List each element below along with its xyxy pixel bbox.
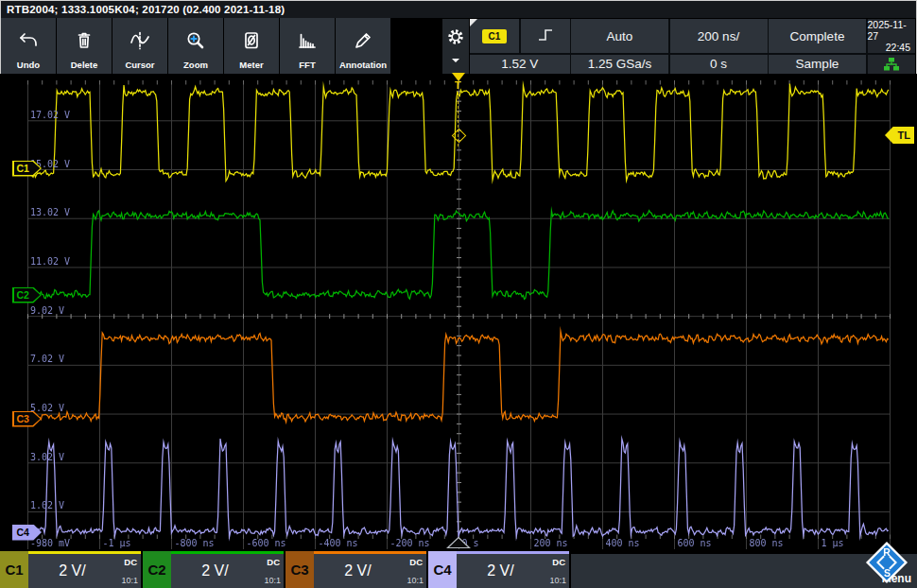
- channel-c2-badge[interactable]: C2: [143, 551, 171, 588]
- toolbar: Undo Delete Cursor Zoom Meter FFT: [1, 18, 390, 74]
- channel-c2-scale-panel[interactable]: 2 V/DC10:1: [171, 551, 284, 588]
- svg-text:S: S: [884, 567, 891, 579]
- channel-scale: 2 V/: [28, 554, 116, 588]
- channel-probe-ratio: 10:1: [264, 576, 281, 585]
- channel-scale: 2 V/: [457, 554, 545, 588]
- undo-button[interactable]: Undo: [1, 18, 56, 74]
- voltage-axis-label: 9.02 V: [30, 305, 64, 316]
- network-icon: [883, 57, 900, 72]
- channel-c4-settings-button[interactable]: C42 V/DC10:1: [428, 551, 569, 588]
- voltage-axis-label: 7.02 V: [30, 354, 64, 364]
- channel-coupling: DC: [409, 557, 423, 567]
- channel-probe-ratio: 10:1: [549, 576, 566, 585]
- cursor-waveform-icon: [128, 24, 152, 58]
- gear-icon: [445, 26, 466, 51]
- sample-rate-display: 1.25 GSa/s: [571, 55, 668, 75]
- trash-icon: [72, 24, 96, 58]
- channel-probe-ratio: 10:1: [407, 576, 424, 585]
- meter-button[interactable]: Meter: [224, 18, 279, 74]
- trigger-source-badge: C1: [482, 29, 507, 43]
- rohde-schwarz-logo[interactable]: R S: [863, 539, 910, 588]
- voltage-axis-label: 13.02 V: [30, 207, 70, 217]
- lan-status: [868, 55, 916, 75]
- trigger-level-button[interactable]: 1.52 V: [470, 55, 570, 75]
- channel-c1-scale-panel[interactable]: 2 V/DC10:1: [28, 551, 141, 588]
- channel-c3-badge[interactable]: C3: [285, 551, 314, 588]
- trigger-time-zero-icon: [446, 536, 471, 553]
- time-axis-label: -600 ns: [247, 538, 286, 548]
- zoom-button[interactable]: Zoom: [168, 18, 223, 74]
- voltage-axis-label: 1.02 V: [30, 500, 64, 510]
- channel-c2-settings-button[interactable]: C22 V/DC10:1: [143, 551, 284, 588]
- channel-coupling: DC: [552, 557, 565, 567]
- spectrum-icon: [295, 24, 320, 58]
- channel-c4-scale-panel[interactable]: 2 V/DC10:1: [457, 551, 569, 588]
- delete-button[interactable]: Delete: [57, 18, 112, 74]
- time-axis-label: -400 ns: [319, 538, 358, 548]
- time-axis-label: 800 ns: [750, 538, 784, 548]
- date-text: 2025-11-27: [868, 19, 911, 42]
- acquisition-mode-button[interactable]: Sample: [769, 55, 866, 75]
- magnifier-icon: [183, 24, 208, 58]
- time-axis-label: -200 ns: [390, 538, 430, 548]
- time-axis-label: 1 µs: [822, 538, 844, 548]
- time-axis-label: 400 ns: [606, 538, 640, 548]
- acquisition-status: Complete: [769, 19, 866, 53]
- trigger-position-label: T: [455, 79, 461, 91]
- voltage-axis-label: 5.02 V: [30, 403, 64, 413]
- time-axis-label: 600 ns: [678, 538, 712, 548]
- time-axis-label: -1 µs: [103, 538, 131, 548]
- settings-button[interactable]: [442, 19, 469, 74]
- channel-scale: 2 V/: [171, 554, 259, 588]
- timebase-button[interactable]: 200 ns/: [670, 19, 768, 53]
- time-axis-label: 200 ns: [534, 538, 568, 548]
- channel-c3-settings-button[interactable]: C32 V/DC10:1: [285, 551, 426, 588]
- waveform-area: T TL 17.02 V15.02 V13.02 V11.02 V9.02 V7…: [0, 74, 917, 551]
- oscilloscope-screen: RTB2004; 1333.1005K04; 201720 (02.400 20…: [0, 0, 917, 588]
- pencil-icon: [351, 24, 375, 58]
- rising-edge-icon: [536, 26, 555, 47]
- time-text: 22:45: [886, 42, 910, 53]
- channel-coupling: DC: [124, 557, 137, 567]
- annotation-button[interactable]: Annotation: [336, 18, 390, 74]
- channel-coupling: DC: [267, 557, 280, 567]
- trigger-source-button[interactable]: C1: [470, 19, 519, 53]
- waveform-display[interactable]: [0, 74, 917, 551]
- chevron-down-icon: [452, 59, 459, 66]
- undo-icon: [16, 24, 41, 58]
- channel-c3-scale-panel[interactable]: 2 V/DC10:1: [314, 551, 426, 588]
- cursor-button[interactable]: Cursor: [112, 18, 167, 74]
- multimeter-icon: [239, 24, 264, 58]
- trigger-mode-button[interactable]: Auto: [571, 19, 668, 53]
- datetime-display: 2025-11-27 22:45: [868, 19, 916, 53]
- status-grid: C1 Auto 200 ns/ Complete 2025-11-27 22:4…: [470, 19, 915, 74]
- channel-c1-settings-button[interactable]: C12 V/DC10:1: [0, 551, 141, 588]
- voltage-axis-label: 11.02 V: [30, 256, 70, 267]
- channel-c4-badge[interactable]: C4: [428, 551, 457, 588]
- voltage-axis-label: 3.02 V: [30, 452, 64, 462]
- horizontal-position-button[interactable]: 0 s: [670, 55, 768, 75]
- time-axis-label: -800 ns: [175, 538, 215, 548]
- channel-probe-ratio: 10:1: [121, 576, 138, 585]
- channel-c1-badge[interactable]: C1: [0, 551, 28, 588]
- fft-button[interactable]: FFT: [280, 18, 335, 74]
- channel-scale: 2 V/: [314, 554, 402, 588]
- trigger-slope-button[interactable]: [521, 19, 570, 53]
- device-title: RTB2004; 1333.1005K04; 201720 (02.400 20…: [1, 1, 916, 18]
- voltage-axis-label: -980 mV: [30, 538, 70, 548]
- channel-bar: C12 V/DC10:1C22 V/DC10:1C32 V/DC10:1C42 …: [0, 551, 917, 588]
- voltage-axis-label: 17.02 V: [30, 110, 70, 120]
- svg-text:R: R: [883, 546, 891, 558]
